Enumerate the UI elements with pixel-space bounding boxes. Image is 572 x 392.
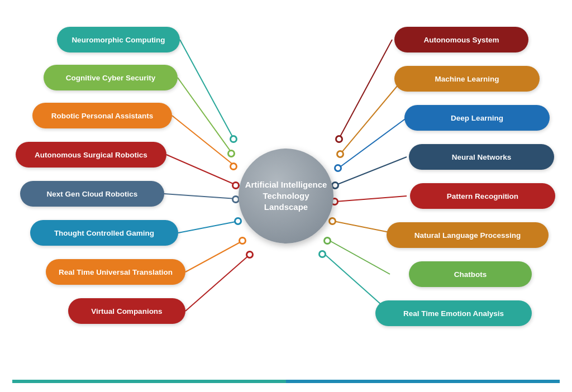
svg-line-0 [180, 40, 233, 138]
dot-surgical [232, 181, 240, 189]
node-cloud[interactable]: Next Gen Cloud Robotics [20, 181, 164, 207]
node-surgical[interactable]: Autonomous Surgical Robotics [16, 142, 166, 168]
dot-nlp [328, 217, 336, 225]
node-chatbots[interactable]: Chatbots [409, 261, 532, 287]
dot-robotic-pa [230, 162, 237, 170]
node-emotion[interactable]: Real Time Emotion Analysis [375, 300, 532, 326]
center-label: Artificial IntelligenceTechnologyLandsca… [241, 175, 332, 218]
dot-virtual [246, 251, 254, 259]
svg-line-12 [335, 196, 407, 202]
svg-line-5 [178, 221, 239, 233]
svg-line-7 [185, 255, 250, 311]
node-robotic-pa[interactable]: Robotic Personal Assistants [32, 103, 172, 128]
dot-emotion [318, 250, 326, 258]
dot-neuromorphic [230, 135, 237, 143]
dot-chatbots [323, 237, 331, 245]
bottom-accent-bar [12, 380, 560, 383]
svg-line-3 [166, 155, 236, 185]
svg-line-9 [340, 79, 403, 154]
dot-gaming [234, 217, 242, 225]
svg-line-1 [178, 78, 232, 153]
dot-autonomous [335, 135, 343, 143]
node-nlp[interactable]: Natural Language Processing [387, 222, 549, 248]
svg-line-4 [164, 194, 236, 199]
dot-cognitive [227, 150, 235, 157]
dot-translation [239, 237, 246, 245]
node-translation[interactable]: Real Time Universal Translation [46, 259, 185, 285]
node-ml[interactable]: Machine Learning [394, 66, 540, 92]
dot-ml [336, 150, 344, 158]
node-pattern[interactable]: Pattern Recognition [410, 183, 555, 209]
node-nn[interactable]: Neural Networks [409, 144, 554, 170]
svg-line-14 [330, 241, 390, 274]
svg-line-11 [336, 157, 407, 185]
node-neuromorphic[interactable]: Neuromorphic Computing [57, 27, 180, 52]
dot-dl [334, 164, 342, 172]
node-virtual[interactable]: Virtual Companions [68, 298, 185, 324]
node-autonomous[interactable]: Autonomous System [394, 27, 528, 52]
diagram-container: Artificial IntelligenceTechnologyLandsca… [12, 9, 560, 383]
node-gaming[interactable]: Thought Controlled Gaming [30, 220, 178, 246]
node-cognitive[interactable]: Cognitive Cyber Security [44, 65, 178, 90]
svg-line-8 [339, 40, 392, 138]
svg-line-6 [185, 241, 243, 272]
node-dl[interactable]: Deep Learning [404, 105, 550, 131]
center-circle: Artificial IntelligenceTechnologyLandsca… [239, 149, 333, 243]
svg-line-10 [339, 118, 407, 168]
svg-line-2 [172, 116, 234, 165]
